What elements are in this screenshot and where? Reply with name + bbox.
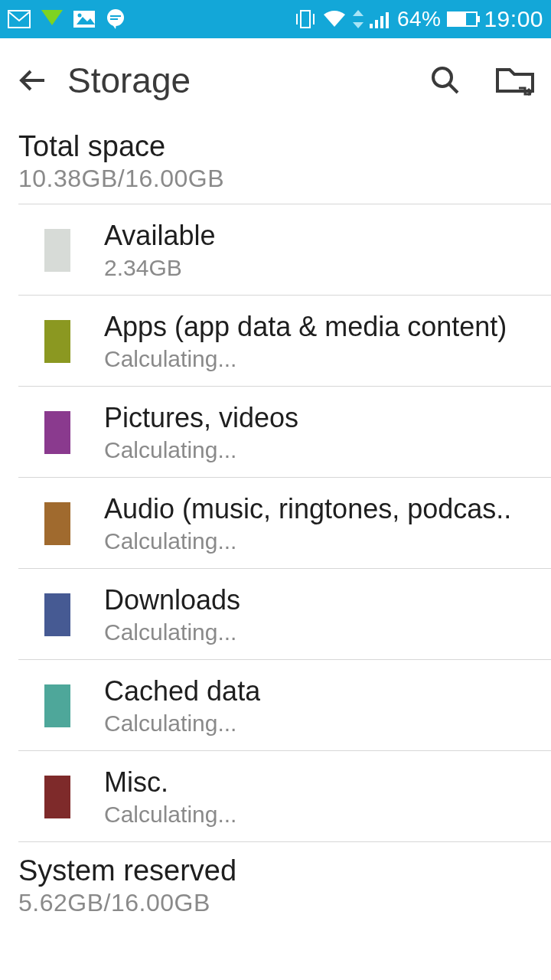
- send-icon: [41, 10, 63, 28]
- color-swatch: [44, 684, 70, 727]
- row-subtitle: Calculating...: [104, 710, 260, 737]
- usb-folder-icon[interactable]: [496, 65, 534, 96]
- storage-row-apps[interactable]: Apps (app data & media content)Calculati…: [0, 296, 551, 386]
- svg-rect-9: [301, 11, 310, 28]
- svg-rect-7: [110, 15, 121, 17]
- row-subtitle: 2.34GB: [104, 255, 215, 281]
- storage-row-audio[interactable]: Audio (music, ringtones, podcas..Calcula…: [0, 478, 551, 568]
- row-title: Audio (music, ringtones, podcas..: [104, 493, 511, 525]
- svg-rect-8: [110, 18, 118, 20]
- row-subtitle: Calculating...: [104, 528, 511, 554]
- storage-row-available[interactable]: Available2.34GB: [0, 204, 551, 295]
- system-reserved-label: System reserved: [18, 854, 533, 887]
- total-space-header: Total space 10.38GB/16.00GB: [0, 122, 551, 204]
- system-reserved-header: System reserved 5.62GB/16.00GB: [0, 842, 551, 920]
- total-space-label: Total space: [18, 130, 533, 163]
- data-icon: [353, 10, 364, 28]
- search-icon[interactable]: [429, 64, 462, 97]
- row-subtitle: Calculating...: [104, 802, 236, 828]
- svg-rect-0: [8, 11, 30, 28]
- clock: 19:00: [484, 6, 543, 32]
- color-swatch: [44, 320, 70, 363]
- row-title: Downloads: [104, 584, 240, 616]
- storage-row-misc[interactable]: Misc.Calculating...: [0, 751, 551, 841]
- status-right: 64% 19:00: [295, 6, 543, 32]
- row-title: Misc.: [104, 766, 236, 799]
- color-swatch: [44, 593, 70, 636]
- svg-point-4: [78, 14, 82, 18]
- color-swatch: [44, 229, 70, 272]
- app-bar: Storage: [0, 38, 551, 122]
- mail-icon: [8, 10, 31, 28]
- vibrate-icon: [295, 9, 316, 29]
- wifi-icon: [322, 10, 347, 28]
- svg-point-5: [107, 9, 124, 26]
- svg-rect-16: [380, 16, 383, 28]
- svg-rect-14: [370, 24, 373, 28]
- storage-row-cached[interactable]: Cached dataCalculating...: [0, 660, 551, 750]
- color-swatch: [44, 502, 70, 545]
- chat-icon: [106, 9, 126, 29]
- status-left-icons: [8, 9, 126, 29]
- battery-percent: 64%: [397, 7, 442, 31]
- svg-line-20: [449, 84, 458, 93]
- status-bar: 64% 19:00: [0, 0, 551, 38]
- page-title: Storage: [67, 60, 409, 101]
- row-subtitle: Calculating...: [104, 346, 507, 372]
- color-swatch: [44, 411, 70, 454]
- svg-point-19: [433, 68, 452, 87]
- svg-rect-15: [375, 20, 378, 28]
- row-title: Cached data: [104, 675, 260, 707]
- color-swatch: [44, 776, 70, 818]
- svg-rect-17: [386, 12, 389, 28]
- svg-marker-6: [112, 24, 116, 29]
- storage-row-pictures[interactable]: Pictures, videosCalculating...: [0, 387, 551, 477]
- row-subtitle: Calculating...: [104, 437, 298, 463]
- svg-marker-12: [353, 10, 364, 16]
- total-space-value: 10.38GB/16.00GB: [18, 165, 533, 193]
- battery-icon: [447, 11, 478, 27]
- svg-marker-1: [41, 10, 63, 25]
- row-title: Pictures, videos: [104, 402, 298, 434]
- row-subtitle: Calculating...: [104, 619, 240, 645]
- signal-icon: [370, 10, 391, 28]
- system-reserved-value: 5.62GB/16.00GB: [18, 889, 533, 917]
- storage-row-downloads[interactable]: DownloadsCalculating...: [0, 569, 551, 659]
- svg-marker-13: [353, 22, 364, 28]
- back-icon[interactable]: [17, 65, 47, 96]
- row-title: Available: [104, 220, 215, 252]
- row-title: Apps (app data & media content): [104, 311, 507, 343]
- photo-icon: [73, 11, 95, 28]
